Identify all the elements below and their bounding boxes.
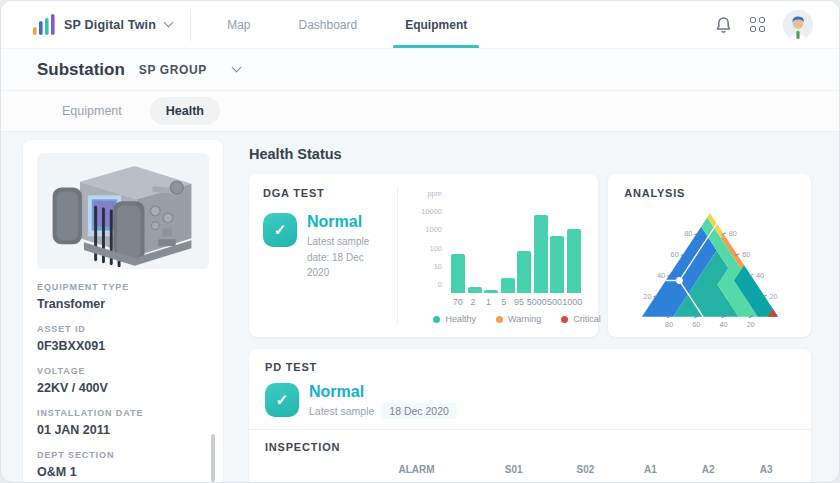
dga-subtitle-line2: date: 18 Dec 2020 bbox=[307, 252, 364, 279]
checkmark-icon: ✓ bbox=[265, 383, 299, 417]
equipment-detail-item: EQUIPMENT TYPETransfomer bbox=[37, 282, 209, 311]
inspection-column-header: A3 bbox=[737, 457, 795, 482]
equipment-detail-item: INSTALLATION DATE01 JAN 2011 bbox=[37, 408, 209, 437]
inspection-column-header: A1 bbox=[621, 457, 679, 482]
brand-menu[interactable]: SP Digital Twin bbox=[1, 9, 191, 41]
bar-cell bbox=[450, 254, 467, 293]
equipment-summary-card: EQUIPMENT TYPETransfomerASSET ID0F3BXX09… bbox=[23, 140, 223, 482]
critical-dot-icon bbox=[561, 316, 568, 323]
bar bbox=[534, 215, 548, 293]
legend-item: Warning bbox=[496, 314, 541, 324]
warning-dot-icon bbox=[496, 316, 503, 323]
detail-label: EQUIPMENT TYPE bbox=[37, 282, 209, 292]
checkmark-icon: ✓ bbox=[263, 213, 297, 247]
app-window: SP Digital Twin MapDashboardEquipment bbox=[0, 0, 840, 483]
svg-text:40: 40 bbox=[657, 271, 665, 280]
x-tick-label: 5000 bbox=[527, 297, 547, 307]
bar bbox=[451, 254, 465, 293]
bar bbox=[501, 278, 515, 293]
bar-cell bbox=[533, 215, 550, 293]
dga-subtitle-line1: Latest sample bbox=[307, 236, 369, 247]
avatar[interactable] bbox=[783, 10, 813, 40]
detail-value: Transfomer bbox=[37, 297, 209, 311]
pd-sample-date: 18 Dec 2020 bbox=[381, 403, 457, 419]
svg-text:20: 20 bbox=[643, 292, 651, 301]
x-tick-label: 1 bbox=[481, 297, 496, 307]
svg-text:40: 40 bbox=[756, 271, 764, 280]
svg-text:80: 80 bbox=[665, 320, 673, 329]
content-area: EQUIPMENT TYPETransfomerASSET ID0F3BXX09… bbox=[1, 132, 839, 482]
sidebar-scrollbar[interactable] bbox=[211, 434, 215, 482]
nav-tab-equipment[interactable]: Equipment bbox=[381, 1, 491, 48]
bar-cell bbox=[467, 287, 484, 293]
apps-grid-icon[interactable] bbox=[750, 17, 765, 32]
bar bbox=[468, 287, 482, 293]
inspection-title: INSPECTION bbox=[265, 441, 795, 453]
detail-value: 0F3BXX091 bbox=[37, 339, 209, 353]
page-title: Substation bbox=[37, 60, 125, 80]
logo-bars-icon bbox=[33, 13, 55, 37]
top-navbar: SP Digital Twin MapDashboardEquipment bbox=[1, 1, 839, 49]
chevron-down-icon[interactable] bbox=[231, 63, 241, 73]
equipment-detail-item: DEPT SECTIONO&M 1 bbox=[37, 450, 209, 479]
bar-cell bbox=[483, 290, 500, 293]
transformer-image bbox=[37, 153, 209, 269]
inspection-column-header bbox=[265, 457, 355, 482]
detail-value: O&M 1 bbox=[37, 465, 209, 479]
svg-text:60: 60 bbox=[692, 320, 700, 329]
detail-label: ASSET ID bbox=[37, 324, 209, 334]
bar-cell bbox=[516, 251, 533, 293]
health-status-title: Health Status bbox=[249, 146, 811, 162]
legend-label: Healthy bbox=[445, 314, 476, 324]
substation-group-label: SP GROUP bbox=[139, 63, 207, 77]
nav-tab-dashboard[interactable]: Dashboard bbox=[274, 1, 381, 48]
x-tick-label: 500 bbox=[547, 297, 562, 307]
subtabs: EquipmentHealth bbox=[1, 91, 839, 132]
equipment-detail-item: ASSET ID0F3BXX091 bbox=[37, 324, 209, 353]
svg-text:80: 80 bbox=[728, 229, 736, 238]
dga-test-title: DGA TEST bbox=[263, 187, 385, 199]
inspection-column-header: S01 bbox=[478, 457, 550, 482]
subtab-health[interactable]: Health bbox=[150, 97, 220, 125]
pd-status: Normal bbox=[309, 383, 457, 401]
analysis-title: ANALYSIS bbox=[624, 187, 795, 199]
duval-sample-point bbox=[676, 277, 683, 284]
bell-icon[interactable] bbox=[715, 16, 732, 34]
chevron-down-icon bbox=[164, 18, 174, 28]
detail-value: 01 JAN 2011 bbox=[37, 423, 209, 437]
duval-triangle-chart: 806040208060402080604020 bbox=[626, 203, 794, 329]
legend-label: Warning bbox=[508, 314, 541, 324]
dga-test-card: DGA TEST ✓ Normal Latest sample date: 18… bbox=[249, 174, 598, 337]
bar bbox=[567, 229, 581, 293]
equipment-detail-item: VOLTAGE22KV / 400V bbox=[37, 366, 209, 395]
legend-item: Critical bbox=[561, 314, 601, 324]
x-tick-label: 1000 bbox=[562, 297, 582, 307]
bar bbox=[484, 290, 498, 293]
bar-cell bbox=[500, 278, 517, 293]
equipment-details: EQUIPMENT TYPETransfomerASSET ID0F3BXX09… bbox=[37, 282, 209, 479]
dga-bar-chart: ppm100001000100100 702159550005001000 He… bbox=[410, 187, 584, 324]
page-header: Substation SP GROUP bbox=[1, 49, 839, 91]
brand-name: SP Digital Twin bbox=[64, 18, 156, 32]
chart-legend: HealthyWarningCritical bbox=[450, 314, 584, 324]
svg-text:80: 80 bbox=[684, 229, 692, 238]
detail-value: 22KV / 400V bbox=[37, 381, 209, 395]
y-axis-unit: ppm bbox=[427, 189, 442, 198]
legend-item: Healthy bbox=[433, 314, 476, 324]
pd-test-title: PD TEST bbox=[265, 361, 795, 373]
health-panel: Health Status DGA TEST ✓ Normal Latest s… bbox=[249, 140, 811, 482]
subtab-equipment[interactable]: Equipment bbox=[46, 97, 138, 125]
healthy-dot-icon bbox=[433, 316, 440, 323]
bar bbox=[550, 236, 564, 293]
nav-tab-map[interactable]: Map bbox=[203, 1, 274, 48]
y-tick-label: 100 bbox=[429, 244, 442, 253]
x-tick-label: 95 bbox=[511, 297, 526, 307]
main-nav-tabs: MapDashboardEquipment bbox=[203, 1, 491, 48]
inspection-column-header: ALARM bbox=[355, 457, 478, 482]
chart-bars bbox=[450, 208, 582, 293]
detail-label: DEPT SECTION bbox=[37, 450, 209, 460]
svg-text:40: 40 bbox=[719, 320, 727, 329]
y-tick-label: 0 bbox=[438, 280, 442, 289]
svg-text:60: 60 bbox=[742, 250, 750, 259]
detail-label: INSTALLATION DATE bbox=[37, 408, 209, 418]
